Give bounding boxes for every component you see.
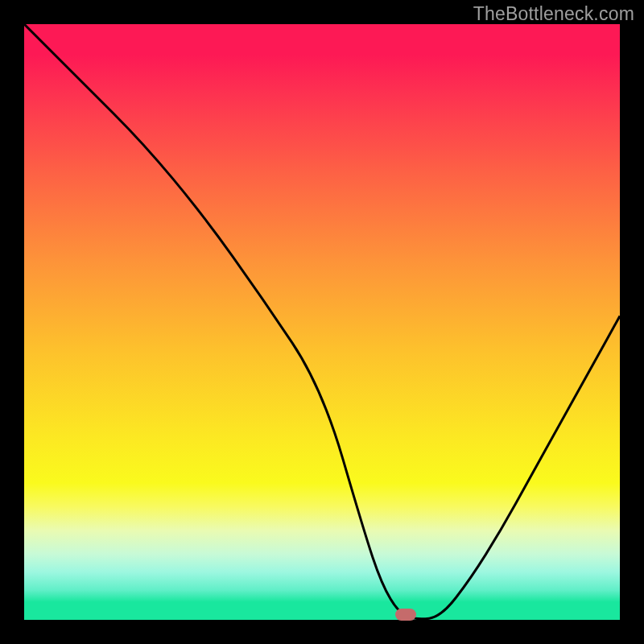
attribution-label: TheBottleneck.com	[473, 3, 634, 25]
bottleneck-curve	[24, 24, 620, 620]
optimum-marker	[395, 609, 416, 621]
chart-plot-area	[24, 24, 620, 620]
curve-line	[24, 24, 620, 619]
chart-frame: TheBottleneck.com	[0, 0, 644, 644]
